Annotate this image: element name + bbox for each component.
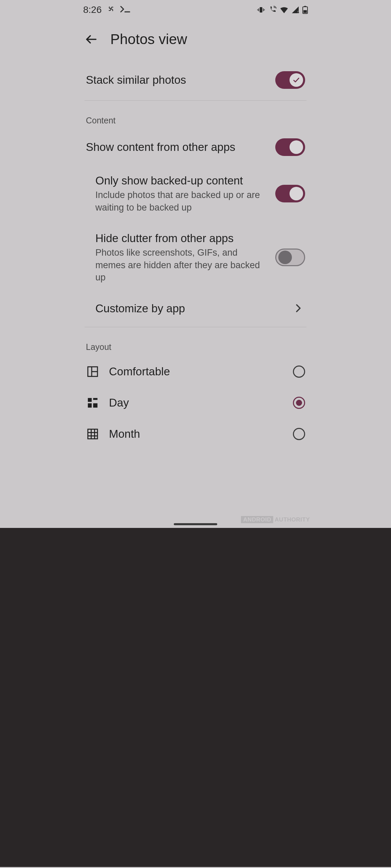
app-bar: Photos view	[76, 20, 315, 62]
day-grid-icon	[86, 396, 99, 410]
stack-similar-toggle[interactable]	[275, 71, 305, 89]
svg-rect-1	[260, 7, 262, 13]
hide-clutter-toggle[interactable]	[275, 249, 305, 266]
section-header-layout: Layout	[76, 330, 315, 356]
svg-rect-10	[304, 6, 306, 7]
page-background	[0, 528, 391, 867]
layout-comfortable-label: Comfortable	[109, 365, 283, 378]
vibrate-icon	[257, 6, 265, 14]
row-hide-clutter[interactable]: Hide clutter from other apps Photos like…	[76, 222, 315, 293]
svg-rect-19	[88, 403, 92, 408]
layout-month-radio[interactable]	[293, 428, 305, 440]
svg-rect-17	[93, 398, 97, 400]
status-right	[257, 6, 308, 14]
svg-rect-21	[88, 429, 97, 439]
page-title: Photos view	[110, 31, 187, 47]
layout-option-day[interactable]: Day	[76, 387, 315, 418]
only-backed-up-sub: Include photos that are backed up or are…	[95, 189, 267, 214]
battery-icon	[302, 6, 308, 14]
divider	[85, 100, 306, 101]
arrow-left-icon	[85, 33, 97, 45]
svg-rect-18	[93, 401, 97, 402]
show-other-apps-toggle[interactable]	[275, 138, 305, 156]
stack-similar-title: Stack similar photos	[86, 73, 267, 87]
comfortable-icon	[86, 365, 99, 378]
only-backed-up-title: Only show backed-up content	[95, 174, 267, 188]
row-customize-by-app[interactable]: Customize by app	[76, 293, 315, 324]
layout-day-radio[interactable]	[293, 397, 305, 409]
status-left: 8:26	[83, 4, 130, 16]
svg-point-7	[298, 12, 299, 13]
layout-option-comfortable[interactable]: Comfortable	[76, 356, 315, 387]
hide-clutter-title: Hide clutter from other apps	[95, 231, 267, 245]
pinwheel-icon	[107, 4, 115, 16]
svg-rect-5	[264, 9, 265, 11]
layout-month-label: Month	[109, 428, 283, 440]
status-bar: 8:26	[76, 0, 315, 20]
customize-by-app-title: Customize by app	[95, 301, 283, 315]
hide-clutter-sub: Photos like screenshots, GIFs, and memes…	[95, 246, 267, 283]
row-show-other-apps[interactable]: Show content from other apps	[76, 130, 315, 165]
row-only-backed-up[interactable]: Only show backed-up content Include phot…	[76, 165, 315, 222]
chevron-right-icon	[292, 301, 305, 315]
month-grid-icon	[86, 427, 99, 441]
svg-rect-11	[303, 10, 307, 13]
terminal-icon	[120, 4, 130, 15]
watermark-name: AUTHORITY	[275, 516, 310, 523]
wifi-icon	[280, 6, 288, 14]
svg-rect-4	[257, 9, 258, 11]
signal-icon	[292, 6, 299, 14]
watermark: ANDROIDAUTHORITY	[241, 516, 310, 523]
show-other-apps-title: Show content from other apps	[86, 140, 267, 154]
svg-rect-3	[263, 8, 264, 11]
back-button[interactable]	[85, 33, 98, 46]
only-backed-up-toggle[interactable]	[275, 185, 305, 202]
divider	[85, 327, 306, 327]
nav-home-pill[interactable]	[174, 523, 217, 525]
screen: 8:26	[76, 0, 315, 528]
layout-comfortable-radio[interactable]	[293, 366, 305, 378]
svg-rect-8	[298, 10, 299, 12]
svg-rect-2	[258, 8, 259, 11]
svg-rect-20	[93, 403, 97, 408]
check-icon	[293, 76, 300, 84]
layout-day-label: Day	[109, 396, 283, 409]
status-time: 8:26	[83, 4, 102, 15]
row-stack-similar[interactable]: Stack similar photos	[76, 62, 315, 98]
wifi-calling-icon	[268, 6, 277, 14]
layout-option-month[interactable]: Month	[76, 418, 315, 450]
svg-rect-16	[88, 398, 92, 402]
watermark-brand: ANDROID	[241, 516, 273, 523]
section-header-content: Content	[76, 103, 315, 130]
